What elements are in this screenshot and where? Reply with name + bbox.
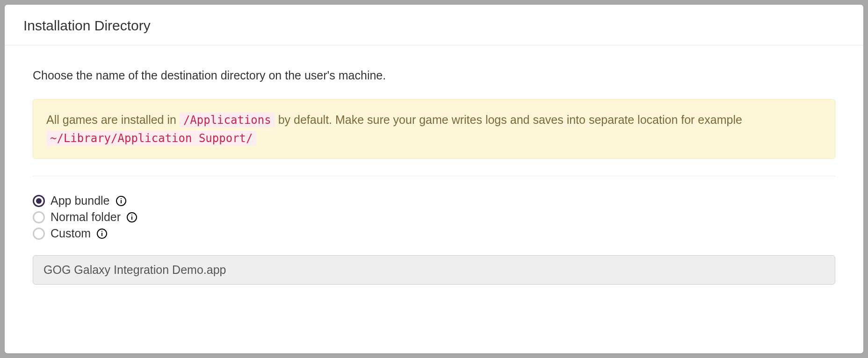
code-library-path: ~/Library/Application Support/ [46,131,256,146]
radio-indicator [33,228,45,240]
divider [33,176,835,176]
info-icon[interactable] [126,212,137,223]
alert-text-part2: by default. Make sure your game writes l… [275,113,742,126]
code-applications-path: /Applications [180,113,275,128]
radio-option-normal-folder[interactable]: Normal folder [33,210,835,224]
info-icon[interactable] [116,195,127,207]
description-text: Choose the name of the destination direc… [33,69,835,82]
installation-directory-panel: Installation Directory Choose the name o… [5,5,863,353]
radio-label: App bundle [51,194,110,208]
info-alert: All games are installed in /Applications… [33,99,835,159]
radio-option-app-bundle[interactable]: App bundle [33,194,835,208]
svg-point-2 [121,198,122,199]
panel-title: Installation Directory [23,18,845,34]
svg-point-5 [131,215,132,215]
directory-name-input[interactable] [33,255,835,285]
directory-type-radio-group: App bundle Normal folder [33,194,835,240]
panel-body: Choose the name of the destination direc… [5,45,863,303]
alert-text-part1: All games are installed in [46,113,180,126]
info-icon[interactable] [96,228,108,239]
svg-point-8 [101,231,102,232]
radio-indicator [33,195,45,207]
radio-label: Custom [51,227,91,240]
panel-header: Installation Directory [5,5,863,45]
radio-option-custom[interactable]: Custom [33,227,835,240]
radio-indicator [33,211,45,223]
radio-label: Normal folder [51,210,121,224]
